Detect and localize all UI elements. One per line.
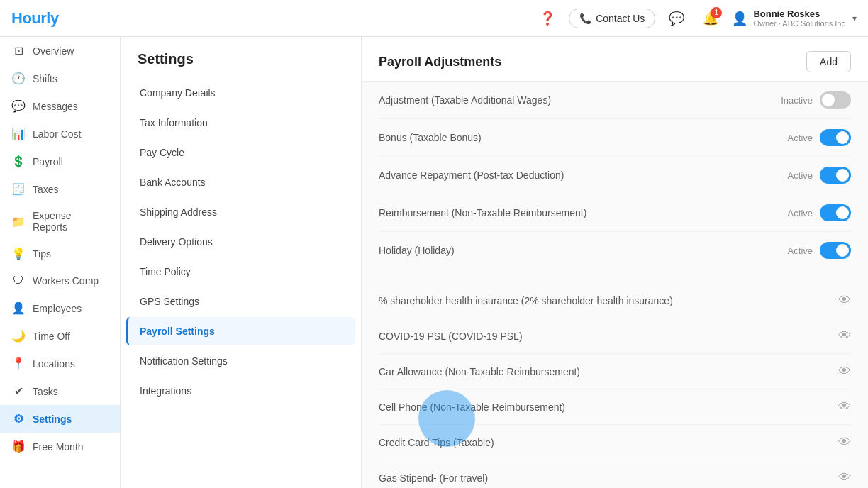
toggle-switch[interactable]: [820, 129, 851, 146]
user-role: Owner · ABC Solutions Inc: [753, 19, 845, 28]
toggle-slider: [820, 129, 851, 146]
sidebar: ⊡ Overview 🕐 Shifts 💬 Messages 📊 Labor C…: [0, 37, 121, 488]
table-row: Adjustment (Taxable Additional Wages) In…: [379, 82, 851, 119]
eye-icon[interactable]: 👁: [838, 435, 851, 450]
taxes-icon: 🧾: [11, 182, 26, 196]
status-badge: Active: [788, 170, 813, 181]
settings-menu-company-details[interactable]: Company Details: [126, 79, 355, 107]
toggle-switch[interactable]: [820, 204, 851, 221]
sidebar-item-tasks[interactable]: ✔ Tasks: [0, 377, 120, 405]
table-row: Reimbursement (Non-Taxable Reimbursement…: [379, 194, 851, 232]
sidebar-label-settings: Settings: [33, 414, 72, 425]
sidebar-label-workers-comp: Workers Comp: [33, 275, 99, 287]
adj-controls: Active: [788, 204, 851, 221]
eye-icon[interactable]: 👁: [838, 470, 851, 485]
settings-icon: ⚙: [11, 412, 26, 426]
adjustment-name: % shareholder health insurance (2% share…: [379, 295, 673, 306]
settings-menu-gps-settings[interactable]: GPS Settings: [126, 287, 355, 316]
sidebar-item-time-off[interactable]: 🌙 Time Off: [0, 322, 120, 350]
user-name: Bonnie Roskes: [753, 9, 845, 19]
sidebar-item-payroll[interactable]: 💲 Payroll: [0, 148, 120, 175]
table-row: Credit Card Tips (Taxable) 👁: [379, 425, 851, 460]
payroll-adjustments-header: Payroll Adjustments Add: [362, 37, 868, 82]
contact-icon: 📞: [579, 13, 591, 24]
overview-icon: ⊡: [11, 44, 26, 57]
status-badge: Inactive: [781, 95, 813, 106]
eye-icon[interactable]: 👁: [838, 328, 851, 343]
sidebar-label-payroll: Payroll: [33, 156, 63, 167]
settings-menu: Company DetailsTax InformationPay CycleB…: [121, 79, 361, 405]
sidebar-item-locations[interactable]: 📍 Locations: [0, 350, 120, 377]
payroll-icon: 💲: [11, 155, 26, 168]
sidebar-item-tips[interactable]: 💡 Tips: [0, 240, 120, 267]
table-row: Bonus (Taxable Bonus) Active: [379, 119, 851, 157]
tasks-icon: ✔: [11, 384, 26, 398]
sidebar-item-workers-comp[interactable]: 🛡 Workers Comp: [0, 267, 120, 294]
settings-menu-shipping-address[interactable]: Shipping Address: [126, 198, 355, 226]
sidebar-item-shifts[interactable]: 🕐 Shifts: [0, 65, 120, 92]
notifications-button[interactable]: 🔔 1: [698, 6, 723, 31]
settings-menu-integrations[interactable]: Integrations: [126, 377, 355, 405]
main-layout: ⊡ Overview 🕐 Shifts 💬 Messages 📊 Labor C…: [0, 37, 868, 488]
toggle-switch[interactable]: [820, 242, 851, 259]
sidebar-item-overview[interactable]: ⊡ Overview: [0, 37, 120, 65]
add-button[interactable]: Add: [806, 51, 851, 72]
adjustment-name: COVID-19 PSL (COVID-19 PSL): [379, 331, 523, 342]
payroll-adjustments-title: Payroll Adjustments: [379, 55, 501, 70]
contact-label: Contact Us: [596, 13, 645, 24]
tips-icon: 💡: [11, 247, 26, 260]
adj-controls: 👁: [838, 293, 851, 308]
status-badge: Active: [788, 208, 813, 218]
settings-menu-pay-cycle[interactable]: Pay Cycle: [126, 138, 355, 167]
sidebar-item-employees[interactable]: 👤 Employees: [0, 294, 120, 322]
settings-menu-payroll-settings[interactable]: Payroll Settings: [126, 317, 355, 345]
help-button[interactable]: ❓: [535, 6, 560, 31]
sidebar-item-taxes[interactable]: 🧾 Taxes: [0, 175, 120, 203]
contact-us-button[interactable]: 📞 Contact Us: [569, 9, 655, 28]
sidebar-item-labor-cost[interactable]: 📊 Labor Cost: [0, 120, 120, 148]
eye-icon[interactable]: 👁: [838, 293, 851, 308]
content-area: Settings Company DetailsTax InformationP…: [121, 37, 868, 488]
table-row: % shareholder health insurance (2% share…: [379, 283, 851, 318]
toggle-switch[interactable]: [820, 92, 851, 109]
settings-menu-delivery-options[interactable]: Delivery Options: [126, 228, 355, 256]
settings-menu-time-policy[interactable]: Time Policy: [126, 257, 355, 286]
adj-controls: 👁: [838, 435, 851, 450]
settings-menu-tax-information[interactable]: Tax Information: [126, 109, 355, 137]
user-menu[interactable]: 👤 Bonnie Roskes Owner · ABC Solutions In…: [732, 9, 857, 28]
sidebar-item-settings[interactable]: ⚙ Settings: [0, 405, 120, 433]
sidebar-label-tasks: Tasks: [33, 386, 58, 397]
sidebar-label-locations: Locations: [33, 358, 75, 370]
adjustment-name: Adjustment (Taxable Additional Wages): [379, 94, 551, 106]
adjustment-name: Credit Card Tips (Taxable): [379, 437, 494, 448]
sidebar-item-messages[interactable]: 💬 Messages: [0, 92, 120, 120]
time-off-icon: 🌙: [11, 329, 26, 343]
chevron-down-icon: ▾: [852, 13, 857, 23]
free-month-icon: 🎁: [11, 440, 26, 453]
settings-menu-bank-accounts[interactable]: Bank Accounts: [126, 168, 355, 196]
locations-icon: 📍: [11, 357, 26, 370]
toggle-switch[interactable]: [820, 167, 851, 184]
table-row: Holiday (Holiday) Active: [379, 232, 851, 269]
sidebar-label-tips: Tips: [33, 248, 51, 260]
eye-icon[interactable]: 👁: [838, 364, 851, 379]
adjustment-name: Reimbursement (Non-Taxable Reimbursement…: [379, 207, 586, 218]
sidebar-label-shifts: Shifts: [33, 73, 57, 84]
adjustment-name: Car Allowance (Non-Taxable Reimbursement…: [379, 366, 580, 377]
eye-icon[interactable]: 👁: [838, 399, 851, 414]
sidebar-label-messages: Messages: [33, 101, 78, 112]
user-icon: 👤: [732, 11, 747, 26]
app-logo: Hourly: [11, 9, 59, 28]
adjustment-name: Bonus (Taxable Bonus): [379, 132, 482, 143]
sidebar-item-free-month[interactable]: 🎁 Free Month: [0, 433, 120, 460]
settings-menu-notification-settings[interactable]: Notification Settings: [126, 347, 355, 375]
sidebar-label-time-off: Time Off: [33, 331, 70, 342]
sidebar-item-expense-reports[interactable]: 📁 Expense Reports: [0, 203, 120, 240]
status-badge: Active: [788, 133, 813, 143]
workers-comp-icon: 🛡: [11, 274, 26, 287]
sidebar-label-labor-cost: Labor Cost: [33, 128, 81, 140]
messages-button[interactable]: 💬: [664, 6, 689, 31]
sidebar-label-employees: Employees: [33, 303, 82, 314]
sidebar-label-taxes: Taxes: [33, 184, 59, 195]
adjustment-name: Gas Stipend- (For travel): [379, 472, 488, 484]
